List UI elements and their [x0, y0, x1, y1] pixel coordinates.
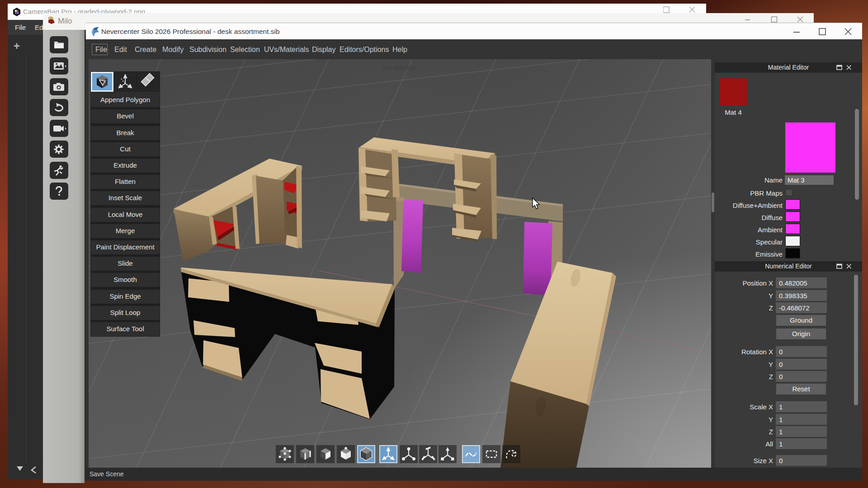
- svg-text:Perspective: Perspective: [383, 64, 416, 71]
